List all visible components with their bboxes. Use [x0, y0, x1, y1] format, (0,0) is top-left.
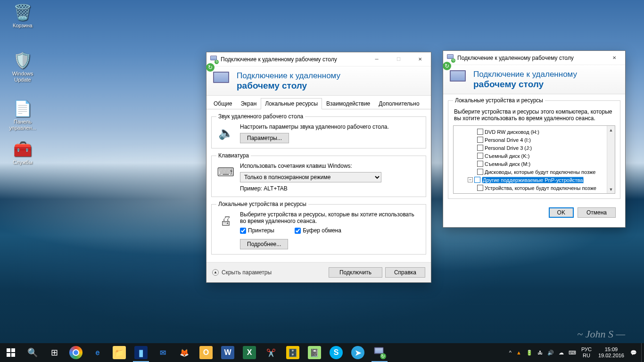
system-tray: ^ ▲ 🔋 🖧 🔊 ☁ ⌨ РУСRU 15:0919.02.2016 💬 — [507, 343, 644, 362]
banner: ↻ Подключение к удаленному рабочему стол… — [206, 66, 431, 96]
taskbar-app-notepadpp[interactable]: 📓 — [304, 343, 325, 362]
show-desktop-button[interactable] — [641, 343, 644, 362]
close-button[interactable]: ✕ — [603, 51, 625, 65]
taskbar-app-outlook[interactable]: O — [195, 343, 217, 362]
taskbar-app-explorer[interactable]: 📁 — [108, 343, 130, 362]
scroll-up-icon[interactable]: ▲ — [607, 126, 615, 134]
device-tree[interactable]: DVD RW дисковод (H:) Personal Drive 4 (I… — [453, 125, 615, 194]
connect-button[interactable]: Подключить — [329, 267, 382, 278]
tree-item[interactable]: Съемный диск (K:) — [454, 152, 615, 160]
desktop-icon-label: Windows Update — [5, 71, 41, 82]
clipboard-checkbox[interactable]: Буфер обмена — [295, 227, 341, 234]
keyboard-desc: Использовать сочетания клавиш Windows: — [240, 163, 421, 169]
taskbar-app-snipping[interactable]: ✂️ — [260, 343, 282, 362]
tree-item[interactable]: Устройства, которые будут подключены поз… — [454, 184, 615, 192]
taskbar-app-skype[interactable]: S — [325, 343, 347, 362]
more-button[interactable]: Подробнее... — [240, 239, 288, 249]
scroll-down-icon[interactable]: ▼ — [607, 185, 615, 193]
search-button[interactable]: 🔍 — [22, 343, 43, 362]
tab-local-resources[interactable]: Локальные ресурсы — [261, 98, 322, 109]
minimize-button[interactable]: ─ — [366, 52, 388, 66]
tabs: Общие Экран Локальные ресурсы Взаимодейс… — [206, 96, 431, 109]
control-panel-icon: 📄 — [13, 99, 32, 118]
tray-onedrive-icon[interactable]: ☁ — [556, 343, 566, 362]
taskbar-app-ie[interactable]: ｅ — [87, 343, 108, 362]
clipboard-checkbox-input[interactable] — [295, 228, 301, 234]
scroll-track[interactable] — [607, 134, 615, 185]
keyboard-combo-select[interactable]: Только в полноэкранном режиме — [240, 172, 381, 182]
tray-overflow-button[interactable]: ^ — [507, 343, 514, 362]
banner-line1: Подключение к удаленному — [473, 70, 577, 79]
tray-language[interactable]: РУСRU — [578, 346, 594, 359]
desktop-icon-recycle-bin[interactable]: 🗑️ Корзина — [5, 3, 41, 29]
taskbar-app-gimp[interactable]: 🦊 — [173, 343, 195, 362]
tray-notifications-icon[interactable]: 💬 — [628, 343, 639, 362]
tray-battery-icon[interactable]: 🔋 — [524, 343, 535, 362]
printers-label: Принтеры — [248, 227, 274, 234]
group-legend: Локальные устройства и ресурсы — [216, 201, 308, 207]
tree-item[interactable]: Personal Drive 4 (I:) — [454, 136, 615, 144]
cancel-button[interactable]: Отмена — [578, 207, 616, 218]
tree-item[interactable]: DVD RW дисковод (H:) — [454, 128, 615, 136]
close-button[interactable]: ✕ — [409, 52, 431, 66]
tray-volume-icon[interactable]: 🔊 — [545, 343, 556, 362]
taskbar-app-word[interactable]: W — [217, 343, 239, 362]
titlebar[interactable]: ↻ Подключение к удаленному рабочему стол… — [206, 52, 431, 66]
group-legend: Локальные устройства и ресурсы — [453, 97, 545, 104]
start-button[interactable] — [0, 343, 22, 362]
desktop-icon-windows-update[interactable]: 🛡️ Windows Update — [5, 51, 41, 82]
group-local-resources: Локальные устройства и ресурсы Выберите … — [448, 97, 620, 199]
rdp-banner-icon: ↻ — [450, 70, 469, 89]
desktop-icon-label: Корзина — [5, 23, 41, 29]
printers-checkbox-input[interactable] — [240, 228, 246, 234]
taskbar-app-rdp[interactable]: ↻ — [369, 343, 390, 362]
svg-rect-3 — [11, 353, 15, 357]
ok-button[interactable]: OK — [549, 207, 574, 218]
hide-options-link[interactable]: ▲ Скрыть параметры — [212, 269, 329, 276]
group-keyboard: Клавиатура ⌨ Использовать сочетания клав… — [211, 152, 426, 197]
taskbar: 🔍 ⊞ ｅ 📁 ▮ ✉︎ 🦊 O W X ✂️ 🗄️ 📓 S ➤ ↻ ^ ▲ 🔋… — [0, 343, 644, 362]
footer: ▲ Скрыть параметры Подключить Справка — [206, 262, 431, 282]
desktop-icon-control-panel[interactable]: 📄 Панель управлен... — [5, 99, 41, 131]
tab-experience[interactable]: Взаимодействие — [322, 98, 374, 109]
group-local-resources: Локальные устройства и ресурсы 🖨 Выберит… — [211, 201, 426, 255]
banner-line2: рабочему столу — [473, 79, 577, 90]
svg-rect-2 — [7, 353, 10, 357]
chevron-up-icon: ▲ — [212, 269, 219, 276]
services-icon: 🧰 — [13, 140, 32, 158]
tab-display[interactable]: Экран — [236, 98, 261, 109]
desktop-icon-services[interactable]: 🧰 Службы — [5, 140, 41, 165]
titlebar[interactable]: ↻ Подключение к удаленному рабочему стол… — [443, 51, 625, 65]
scrollbar[interactable]: ▲ ▼ — [607, 126, 615, 193]
desktop-icon-label: Службы — [5, 159, 41, 165]
audio-settings-button[interactable]: Параметры... — [240, 133, 289, 143]
tray-vlc-icon[interactable]: ▲ — [514, 343, 524, 362]
taskbar-app-far[interactable]: ▮ — [130, 343, 152, 362]
localres-desc: Выберите устройства и ресурсы, которые в… — [240, 211, 421, 224]
collapse-icon[interactable]: − — [468, 177, 473, 182]
taskbar-app-excel[interactable]: X — [239, 343, 260, 362]
printers-checkbox[interactable]: Принтеры — [240, 227, 274, 234]
keyboard-example: Пример: ALT+TAB — [240, 185, 421, 192]
taskbar-app-thunderbird[interactable]: ✉︎ — [152, 343, 173, 362]
remote-audio-desc: Настроить параметры звука удаленного раб… — [240, 123, 421, 130]
taskbar-app-sqlserver[interactable]: 🗄️ — [282, 343, 304, 362]
help-button[interactable]: Справка — [385, 267, 425, 278]
tree-item[interactable]: Съемный диск (M:) — [454, 160, 615, 168]
tree-item[interactable]: Дисководы, которые будут подключены позж… — [454, 168, 615, 176]
tree-item[interactable]: Personal Drive 3 (J:) — [454, 144, 615, 152]
svg-rect-1 — [11, 348, 15, 352]
tab-advanced[interactable]: Дополнительно — [374, 98, 423, 109]
taskbar-app-chrome[interactable] — [65, 343, 87, 362]
windows-update-icon: 🛡️ — [13, 51, 32, 70]
tree-item-selected[interactable]: −Другие поддерживаемые PnP-устройства — [454, 176, 615, 184]
taskbar-app-telegram[interactable]: ➤ — [347, 343, 369, 362]
tray-keyboard-icon[interactable]: ⌨ — [566, 343, 578, 362]
tab-general[interactable]: Общие — [209, 98, 236, 109]
tray-network-icon[interactable]: 🖧 — [535, 343, 545, 362]
recycle-bin-icon: 🗑️ — [13, 3, 32, 22]
task-view-button[interactable]: ⊞ — [43, 343, 65, 362]
devices-desc: Выберите устройства и ресурсы этого комп… — [454, 108, 614, 122]
banner-line2: рабочему столу — [237, 81, 340, 91]
tray-clock[interactable]: 15:0919.02.2016 — [594, 346, 628, 359]
